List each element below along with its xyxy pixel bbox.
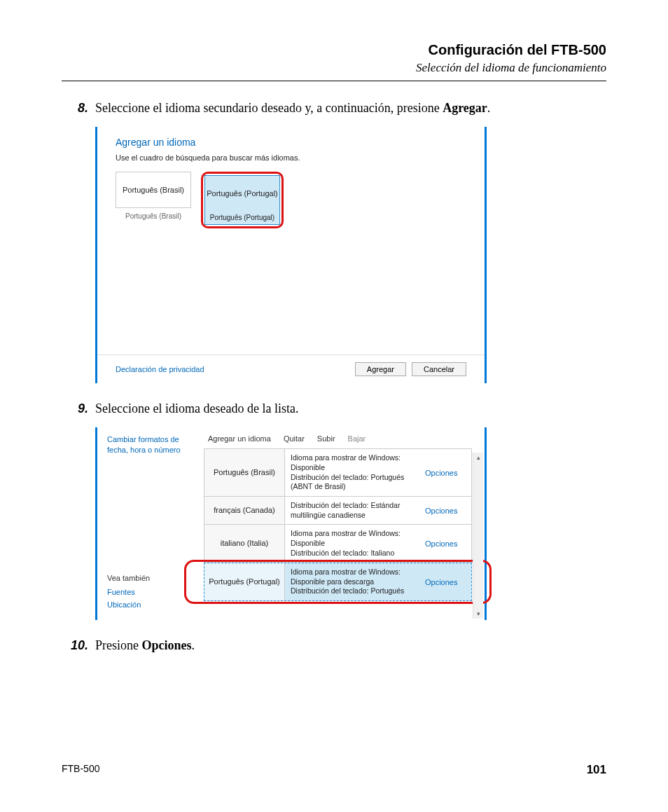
options-link[interactable]: Opciones (425, 539, 457, 548)
language-name: français (Canada) (204, 497, 285, 524)
tile-label: Português (Portugal) (204, 211, 280, 225)
footer-product: FTB-500 (62, 763, 99, 777)
language-row-brasil[interactable]: Português (Brasil) Idioma para mostrar d… (204, 448, 472, 497)
page-header-title: Configuración del FTB-500 (62, 42, 606, 58)
options-link[interactable]: Opciones (425, 507, 457, 515)
step-text: Seleccione el idioma secundario deseado … (95, 99, 606, 117)
language-desc: Distribución del teclado: Estándar multi… (285, 497, 425, 524)
dialog-title: Agregar un idioma (116, 137, 466, 148)
cancel-button[interactable]: Cancelar (412, 362, 466, 376)
toolbar-add-language[interactable]: Agregar un idioma (208, 434, 271, 443)
language-row-italian[interactable]: italiano (Italia) Idioma para mostrar de… (204, 525, 472, 563)
language-name: Português (Brasil) (204, 449, 285, 496)
tile-box: Português (Brasil) (116, 172, 191, 208)
sidebar-title-link[interactable]: Cambiar formatos de fecha, hora o número (107, 434, 197, 455)
see-also-label: Vea también (107, 574, 197, 582)
toolbar-remove[interactable]: Quitar (284, 434, 305, 443)
language-desc: Idioma para mostrar de Windows: Disponib… (285, 449, 425, 496)
language-desc: Idioma para mostrar de Windows: Disponib… (285, 525, 425, 562)
step-text: Seleccione el idioma deseado de la lista… (95, 400, 606, 418)
language-desc: Idioma para mostrar de Windows: Disponib… (285, 563, 425, 600)
step-number: 10. (62, 637, 95, 654)
page-header-subtitle: Selección del idioma de funcionamiento (62, 61, 606, 75)
tile-box: Português (Portugal) (204, 175, 280, 211)
screenshot-language-list: Cambiar formatos de fecha, hora o número… (95, 427, 606, 620)
step-8: 8. Seleccione el idioma secundario desea… (62, 99, 606, 117)
highlight-selected-tile: Português (Portugal) Português (Portugal… (201, 172, 284, 228)
language-name: Português (Portugal) (204, 563, 285, 600)
toolbar-move-down: Bajar (348, 434, 366, 443)
language-toolbar: Agregar un idioma Quitar Subir Bajar (204, 427, 485, 448)
language-tile-portugal[interactable]: Português (Portugal) Português (Portugal… (204, 175, 280, 225)
scroll-down-icon[interactable]: ▾ (473, 609, 483, 619)
options-link[interactable]: Opciones (425, 469, 457, 477)
add-button[interactable]: Agregar (355, 362, 406, 376)
highlight-selected-row: Português (Portugal) Idioma para mostrar… (204, 563, 485, 601)
screenshot-add-language: Agregar un idioma Use el cuadro de búsqu… (95, 127, 606, 383)
privacy-link[interactable]: Declaración de privacidad (116, 365, 204, 373)
location-link[interactable]: Ubicación (107, 600, 197, 609)
scroll-up-icon[interactable]: ▴ (473, 453, 483, 462)
options-link[interactable]: Opciones (425, 578, 457, 586)
page-footer: FTB-500 101 (62, 763, 606, 777)
toolbar-move-up[interactable]: Subir (317, 434, 335, 443)
tile-label: Português (Brasil) (116, 212, 191, 220)
language-name: italiano (Italia) (204, 525, 285, 562)
footer-page-number: 101 (587, 763, 606, 777)
fonts-link[interactable]: Fuentes (107, 588, 197, 596)
language-row-french-ca[interactable]: français (Canada) Distribución del tecla… (204, 497, 472, 525)
step-9: 9. Seleccione el idioma deseado de la li… (62, 400, 606, 418)
step-number: 9. (62, 400, 95, 418)
language-tile-brasil[interactable]: Português (Brasil) Português (Brasil) (116, 172, 191, 228)
vertical-scrollbar[interactable]: ▴ ▾ (473, 453, 483, 619)
step-10: 10. Presione Opciones. (62, 637, 606, 654)
header-rule (62, 81, 606, 81)
dialog-hint: Use el cuadro de búsqueda para buscar má… (116, 153, 466, 162)
step-text: Presione Opciones. (95, 637, 606, 654)
language-row-portugal[interactable]: Português (Portugal) Idioma para mostrar… (204, 563, 472, 601)
step-number: 8. (62, 99, 95, 117)
